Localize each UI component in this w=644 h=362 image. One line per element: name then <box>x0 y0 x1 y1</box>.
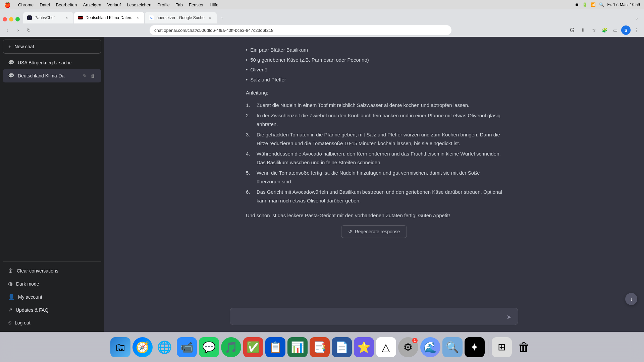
dock-finder[interactable]: 🗂 <box>110 337 130 357</box>
sidebar-top: + New chat 💬 USA Bürgerkrieg Ursache 💬 D… <box>3 40 101 261</box>
bullet-icon: • <box>246 46 248 54</box>
dock-safari[interactable]: 🧭 <box>132 337 153 357</box>
chat-item-label-2: Deutschland Klima-Da <box>18 73 78 78</box>
step-2: 2. In der Zwischenzeit die Zwiebel und d… <box>246 110 502 129</box>
clear-conversations-button[interactable]: 🗑 Clear conversations <box>3 264 101 277</box>
tab-dropdown-button[interactable]: ⌄ <box>632 13 641 23</box>
my-account-button[interactable]: 👤 My account <box>3 290 101 303</box>
dock-powerpoint[interactable]: 📑 <box>310 337 330 357</box>
chat-item-label: USA Bürgerkrieg Ursache <box>18 60 96 65</box>
finder-icon: 🗂 <box>115 341 126 353</box>
whatsapp-icon: 💬 <box>202 341 216 354</box>
apple-menu[interactable]: 🍎 <box>4 2 11 8</box>
instructions-label: Anleitung: <box>246 88 502 97</box>
menubar-anzeigen[interactable]: Anzeigen <box>83 2 101 7</box>
profile-icon[interactable]: S <box>621 25 631 35</box>
google-icon[interactable]: G <box>568 25 577 35</box>
new-tab-button[interactable]: + <box>217 13 227 23</box>
extension-icon[interactable]: 🧩 <box>600 25 609 35</box>
tab-3[interactable]: G übersetzer - Google Suche × <box>145 12 216 23</box>
dock-word[interactable]: 📄 <box>332 337 352 357</box>
ingredient-text: Olivenöl <box>250 65 268 74</box>
delete-chat-button[interactable]: 🗑 <box>89 72 96 79</box>
dock-chrome[interactable]: 🌐 <box>155 337 175 357</box>
new-chat-button[interactable]: + New chat <box>3 40 101 54</box>
my-account-label: My account <box>18 294 42 300</box>
window-zoom-btn[interactable] <box>15 17 20 21</box>
dock-excel[interactable]: 📊 <box>287 337 308 357</box>
menubar-search[interactable]: 🔍 <box>599 2 604 7</box>
dock-cursor[interactable]: ✦ <box>465 337 485 357</box>
tab-2[interactable]: Deutschland Klima-Daten. × <box>74 12 144 23</box>
ingredient-text: Ein paar Blätter Basilikum <box>250 46 308 54</box>
step-text: Das Gericht mit Avocadowürfeln und Basil… <box>257 188 502 205</box>
sidebar-item-usa-chat[interactable]: 💬 USA Bürgerkrieg Ursache <box>3 56 101 69</box>
dock-trash[interactable]: 🗑 <box>514 337 534 357</box>
regenerate-label: Regenerate response <box>355 229 400 234</box>
logout-icon: ⎋ <box>8 320 11 326</box>
back-button[interactable]: ‹ <box>3 25 12 35</box>
bullet-icon: • <box>246 56 248 64</box>
sidebar-item-deutschland-chat[interactable]: 💬 Deutschland Klima-Da ✎ 🗑 <box>3 69 101 82</box>
step-text: Zuerst die Nudeln in einem Topf mit reic… <box>257 101 469 110</box>
log-out-button[interactable]: ⎋ Log out <box>3 316 101 329</box>
menubar-hilfe[interactable]: Hilfe <box>210 2 218 7</box>
account-icon: 👤 <box>8 294 15 300</box>
dock-systemprefs[interactable]: ⚙ 1 <box>398 337 418 357</box>
regenerate-button[interactable]: ↺ Regenerate response <box>341 225 407 238</box>
dock-noteplans[interactable]: ⭐ <box>354 337 374 357</box>
ingredient-1: • Ein paar Blätter Basilikum <box>246 45 502 55</box>
menubar-lesezeichen[interactable]: Lesezeichen <box>127 2 151 7</box>
menubar-tab[interactable]: Tab <box>176 2 183 7</box>
excel-icon: 📊 <box>291 341 304 354</box>
trash-icon: 🗑 <box>518 340 530 354</box>
dock-arc[interactable]: 🌊 <box>420 337 440 357</box>
dock-todoist[interactable]: ✅ <box>243 337 263 357</box>
download-icon[interactable]: ⬇ <box>578 25 588 35</box>
window-minimize-btn[interactable] <box>9 17 13 21</box>
window-close-btn[interactable] <box>3 17 7 21</box>
menubar-verlauf[interactable]: Verlauf <box>107 2 121 7</box>
step-number: 3. <box>246 130 253 139</box>
menubar-datei[interactable]: Datei <box>40 2 50 7</box>
tab-close-3[interactable]: × <box>207 15 213 20</box>
message-wrapper: • Ein paar Blätter Basilikum • 50 g geri… <box>230 45 518 238</box>
menubar-chrome[interactable]: Chrome <box>18 2 34 7</box>
menubar-fenster[interactable]: Fenster <box>189 2 204 7</box>
address-bar[interactable]: chat.openai.com/chat/c506dfd6-4f9a-40ff-… <box>150 25 451 35</box>
dock-spaces[interactable]: ⊞ <box>492 337 512 357</box>
tab-close-1[interactable]: × <box>64 15 69 20</box>
sidebar-toggle-icon[interactable]: ▭ <box>610 25 620 35</box>
dock-whatsapp[interactable]: 💬 <box>199 337 219 357</box>
trash-icon: 🗑 <box>8 268 13 274</box>
chat-input[interactable] <box>230 308 518 325</box>
todoist-icon: ✅ <box>247 341 260 354</box>
updates-faq-button[interactable]: ↗ Updates & FAQ <box>3 303 101 316</box>
send-button[interactable]: ➤ <box>503 312 514 322</box>
chat-content[interactable]: • Ein paar Blätter Basilikum • 50 g geri… <box>104 37 644 304</box>
scroll-to-bottom-button[interactable]: ↓ <box>625 293 637 305</box>
step-3: 3. Die gehackten Tomaten in die Pfanne g… <box>246 129 502 148</box>
tab-1[interactable]: P PantryChef × <box>23 12 73 23</box>
noteplans-icon: ⭐ <box>357 341 371 354</box>
dock-zoom[interactable]: 📹 <box>177 337 197 357</box>
menubar-bearbeiten[interactable]: Bearbeiten <box>56 2 77 7</box>
dock-googledrive[interactable]: △ <box>376 337 396 357</box>
bookmark-icon[interactable]: ☆ <box>589 25 598 35</box>
dock-rstudio[interactable]: 🔍 <box>442 337 463 357</box>
menubar-profile[interactable]: Profile <box>157 2 170 7</box>
edit-chat-button[interactable]: ✎ <box>81 72 88 79</box>
dock-trello[interactable]: 📋 <box>265 337 285 357</box>
systemprefs-icon: ⚙ <box>403 341 413 354</box>
tab-close-2[interactable]: × <box>135 15 140 20</box>
input-wrapper: ➤ <box>230 308 518 326</box>
browser-chrome: P PantryChef × Deutschland Klima-Daten. … <box>0 9 644 37</box>
reload-button[interactable]: ↻ <box>24 25 34 35</box>
dark-mode-button[interactable]: ◑ Dark mode <box>3 277 101 290</box>
dock-spotify[interactable]: 🎵 <box>221 337 241 357</box>
menu-icon[interactable]: ⋮ <box>632 25 641 35</box>
forward-button[interactable]: › <box>13 25 23 35</box>
bullet-icon: • <box>246 65 248 74</box>
ingredient-3: • Olivenöl <box>246 65 502 75</box>
dock: 🗂 🧭 🌐 📹 💬 🎵 ✅ 📋 📊 📑 📄 ⭐ △ ⚙ 1 🌊 🔍 <box>0 332 644 362</box>
